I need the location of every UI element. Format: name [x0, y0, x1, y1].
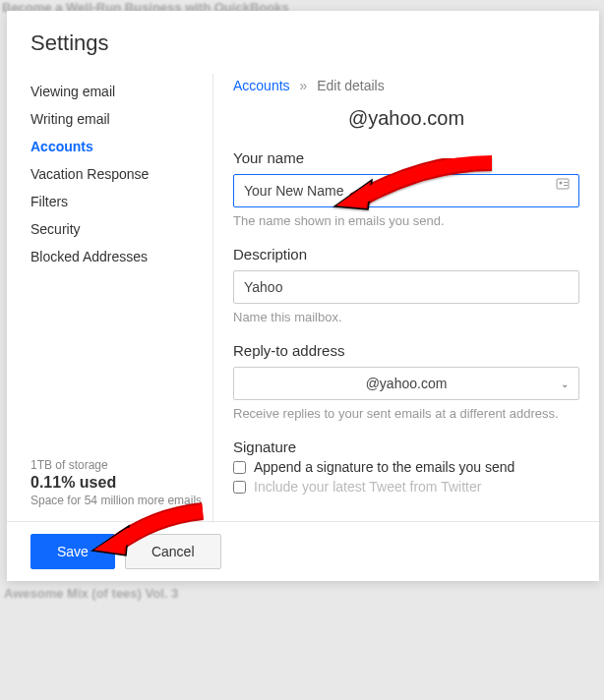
svg-rect-3	[564, 185, 568, 186]
sidebar-item-writing-email[interactable]: Writing email	[30, 105, 212, 133]
sidebar: Viewing email Writing email Accounts Vac…	[7, 74, 213, 521]
cancel-button[interactable]: Cancel	[125, 534, 221, 569]
description-label: Description	[233, 246, 579, 262]
reply-to-group: Reply-to address @yahoo.com ⌄ Receive re…	[233, 342, 579, 421]
description-input[interactable]	[233, 270, 579, 304]
modal-title: Settings	[7, 11, 599, 74]
sidebar-item-security[interactable]: Security	[30, 215, 212, 243]
save-button[interactable]: Save	[30, 534, 115, 569]
sidebar-item-accounts[interactable]: Accounts	[30, 133, 212, 160]
breadcrumb: Accounts » Edit details	[233, 78, 579, 93]
storage-used: 0.11% used	[30, 474, 212, 492]
description-help: Name this mailbox.	[233, 310, 579, 324]
sidebar-items: Viewing email Writing email Accounts Vac…	[7, 74, 212, 458]
description-group: Description Name this mailbox.	[233, 246, 579, 324]
your-name-help: The name shown in emails you send.	[233, 213, 579, 228]
sidebar-item-blocked-addresses[interactable]: Blocked Addresses	[30, 243, 212, 270]
modal-body: Viewing email Writing email Accounts Vac…	[7, 74, 599, 521]
storage-info: 1TB of storage 0.11% used Space for 54 m…	[7, 458, 212, 521]
modal-footer: Save Cancel	[7, 521, 599, 581]
append-signature-text: Append a signature to the emails you sen…	[254, 459, 514, 475]
your-name-group: Your name The name shown in emails you s…	[233, 149, 579, 228]
breadcrumb-separator-icon: »	[299, 78, 307, 93]
svg-point-1	[560, 182, 563, 185]
storage-capacity: 1TB of storage	[30, 458, 212, 472]
reply-to-dropdown[interactable]: @yahoo.com ⌄	[233, 367, 579, 400]
sidebar-item-vacation-response[interactable]: Vacation Response	[30, 160, 212, 188]
svg-rect-2	[564, 182, 568, 183]
include-tweet-text: Include your latest Tweet from Twitter	[254, 479, 481, 495]
include-tweet-row[interactable]: Include your latest Tweet from Twitter	[233, 479, 579, 495]
breadcrumb-accounts-link[interactable]: Accounts	[233, 78, 290, 93]
storage-hint: Space for 54 million more emails	[30, 494, 212, 507]
append-signature-row[interactable]: Append a signature to the emails you sen…	[233, 459, 579, 475]
main-panel: Accounts » Edit details @yahoo.com Your …	[213, 74, 599, 521]
sidebar-item-viewing-email[interactable]: Viewing email	[30, 78, 212, 105]
signature-group: Signature Append a signature to the emai…	[233, 438, 579, 495]
append-signature-checkbox[interactable]	[233, 461, 246, 474]
reply-to-value: @yahoo.com	[366, 376, 448, 391]
svg-rect-0	[557, 179, 569, 189]
breadcrumb-current: Edit details	[317, 78, 384, 93]
chevron-down-icon: ⌄	[561, 379, 569, 389]
signature-label: Signature	[233, 438, 579, 455]
contact-card-icon[interactable]	[556, 177, 570, 194]
background-text-bottom: Awesome Mix (of tees) Vol. 3	[4, 586, 178, 601]
include-tweet-checkbox[interactable]	[233, 481, 246, 494]
reply-to-label: Reply-to address	[233, 342, 579, 359]
sidebar-item-filters[interactable]: Filters	[30, 188, 212, 215]
settings-modal: Settings Viewing email Writing email Acc…	[7, 11, 599, 581]
your-name-label: Your name	[233, 149, 579, 166]
your-name-input[interactable]	[233, 174, 579, 207]
reply-to-help: Receive replies to your sent emails at a…	[233, 406, 579, 421]
account-email-heading: @yahoo.com	[233, 107, 579, 130]
